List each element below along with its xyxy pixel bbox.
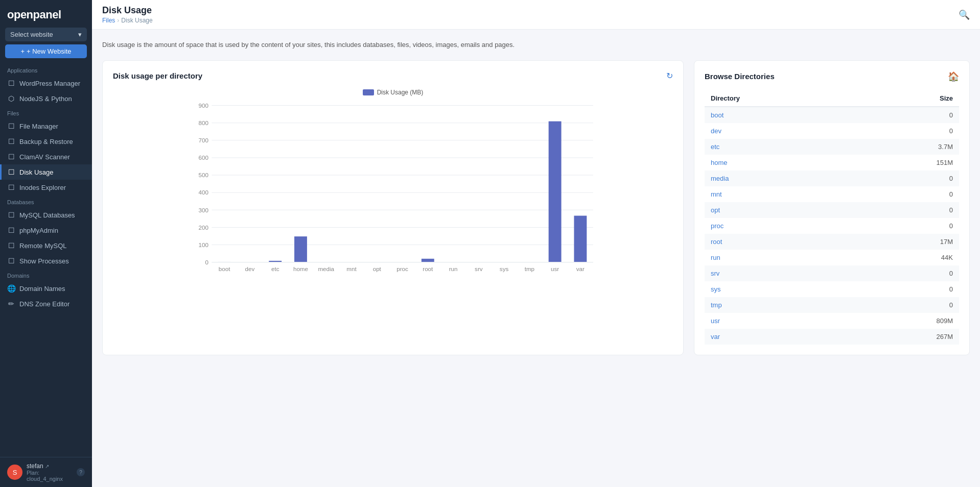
sidebar-section-label: Applications xyxy=(0,63,92,76)
chart-title: Disk usage per directory xyxy=(113,71,202,80)
directory-table: Directory Size boot0dev0etc3.7Mhome151Mm… xyxy=(705,90,959,345)
sidebar-item-inodes-explorer[interactable]: ☐Inodes Explorer xyxy=(0,180,92,195)
sidebar-item-label: ClamAV Scanner xyxy=(19,153,70,161)
sidebar-section-label: Files xyxy=(0,106,92,118)
chart-container: Disk Usage (MB) 010020030040050060070080… xyxy=(113,89,673,293)
svg-text:900: 900 xyxy=(199,102,209,108)
table-body: boot0dev0etc3.7Mhome151Mmedia0mnt0opt0pr… xyxy=(705,107,959,345)
sidebar-item-dns-zone-editor[interactable]: ✏DNS Zone Editor xyxy=(0,296,92,311)
svg-text:sys: sys xyxy=(500,265,509,272)
svg-text:proc: proc xyxy=(396,265,408,272)
bar-home[interactable] xyxy=(294,236,307,262)
refresh-icon[interactable]: ↻ xyxy=(666,71,673,81)
nav-icon-phpmyadmin: ☐ xyxy=(7,226,15,234)
sidebar-item-label: DNS Zone Editor xyxy=(19,300,69,308)
dir-size: 0 xyxy=(854,297,959,313)
dir-name[interactable]: proc xyxy=(705,218,854,234)
help-icon[interactable]: ? xyxy=(77,468,85,476)
svg-text:root: root xyxy=(423,265,433,272)
sidebar-item-backup-restore[interactable]: ☐Backup & Restore xyxy=(0,134,92,149)
user-plan: Plan: cloud_4_nginx xyxy=(27,470,73,482)
svg-text:500: 500 xyxy=(199,172,209,178)
sidebar-section-label: Domains xyxy=(0,269,92,281)
bar-var[interactable] xyxy=(574,215,587,262)
table-row: opt0 xyxy=(705,202,959,218)
username: stefan ↗ xyxy=(27,462,73,470)
sidebar-item-label: Inodes Explorer xyxy=(19,184,66,191)
nav-icon-domain-names: 🌐 xyxy=(7,284,15,293)
svg-text:boot: boot xyxy=(219,265,230,272)
dir-name[interactable]: var xyxy=(705,329,854,345)
bar-usr[interactable] xyxy=(549,121,562,262)
dir-size: 0 xyxy=(854,202,959,218)
dir-size: 0 xyxy=(854,281,959,297)
svg-text:600: 600 xyxy=(199,154,209,161)
dir-name[interactable]: root xyxy=(705,234,854,250)
bar-root[interactable] xyxy=(422,258,434,262)
dir-name[interactable]: sys xyxy=(705,281,854,297)
dir-name[interactable]: tmp xyxy=(705,297,854,313)
sidebar-item-clamav-scanner[interactable]: ☐ClamAV Scanner xyxy=(0,149,92,164)
chart-legend: Disk Usage (MB) xyxy=(113,89,673,96)
breadcrumb: Files › Disk Usage xyxy=(102,17,153,24)
two-column-layout: Disk usage per directory ↻ Disk Usage (M… xyxy=(102,60,970,355)
dir-name[interactable]: opt xyxy=(705,202,854,218)
dir-size: 0 xyxy=(854,171,959,186)
sidebar-item-label: WordPress Manager xyxy=(19,80,80,87)
nav-icon-wordpress-manager: ☐ xyxy=(7,79,15,87)
user-info: stefan ↗ Plan: cloud_4_nginx xyxy=(27,462,73,482)
dir-name[interactable]: dev xyxy=(705,123,854,139)
table-row: proc0 xyxy=(705,218,959,234)
legend-swatch xyxy=(363,89,374,95)
dir-name[interactable]: etc xyxy=(705,139,854,155)
sidebar-item-label: NodeJS & Python xyxy=(19,95,72,103)
sidebar-item-label: Remote MySQL xyxy=(19,242,66,250)
svg-text:0: 0 xyxy=(205,258,208,265)
sidebar-item-file-manager[interactable]: ☐File Manager xyxy=(0,118,92,134)
table-row: media0 xyxy=(705,171,959,186)
nav-icon-nodejs-python: ⬡ xyxy=(7,94,15,103)
sidebar-item-show-processes[interactable]: ☐Show Processes xyxy=(0,253,92,269)
browse-directories-card: Browse Directories 🏠 Directory Size boot… xyxy=(694,60,970,355)
sidebar-item-label: File Manager xyxy=(19,123,58,130)
dir-size: 0 xyxy=(854,123,959,139)
sidebar-item-nodejs-python[interactable]: ⬡NodeJS & Python xyxy=(0,91,92,106)
sidebar-item-domain-names[interactable]: 🌐Domain Names xyxy=(0,281,92,296)
page-title-area: Disk Usage Files › Disk Usage xyxy=(102,5,153,24)
dir-name[interactable]: srv xyxy=(705,265,854,281)
table-row: root17M xyxy=(705,234,959,250)
dir-size: 0 xyxy=(854,265,959,281)
table-row: home151M xyxy=(705,155,959,171)
dir-name[interactable]: run xyxy=(705,250,854,265)
new-website-button[interactable]: + + New Website xyxy=(5,44,87,58)
sidebar-item-mysql-databases[interactable]: ☐MySQL Databases xyxy=(0,207,92,223)
external-link-icon: ↗ xyxy=(45,464,49,469)
folder-icon[interactable]: 🏠 xyxy=(948,71,959,82)
logo: openpanel xyxy=(0,0,92,28)
search-icon[interactable]: 🔍 xyxy=(959,9,970,20)
dir-name[interactable]: mnt xyxy=(705,186,854,202)
dir-size: 0 xyxy=(854,107,959,123)
table-row: mnt0 xyxy=(705,186,959,202)
svg-text:media: media xyxy=(318,265,334,272)
dir-name[interactable]: boot xyxy=(705,107,854,123)
bar-chart: 0100200300400500600700800900bootdevetcho… xyxy=(113,100,673,284)
sidebar-item-disk-usage[interactable]: ☐Disk Usage xyxy=(0,164,92,180)
col-directory: Directory xyxy=(705,90,854,107)
sidebar-item-phpmyadmin[interactable]: ☐phpMyAdmin xyxy=(0,223,92,238)
sidebar-item-wordpress-manager[interactable]: ☐WordPress Manager xyxy=(0,76,92,91)
breadcrumb-parent[interactable]: Files xyxy=(102,17,115,24)
dir-name[interactable]: home xyxy=(705,155,854,171)
chart-card: Disk usage per directory ↻ Disk Usage (M… xyxy=(102,60,684,355)
dir-name[interactable]: usr xyxy=(705,313,854,329)
sidebar-item-label: phpMyAdmin xyxy=(19,227,58,234)
svg-text:100: 100 xyxy=(199,241,209,248)
dir-name[interactable]: media xyxy=(705,171,854,186)
select-website-dropdown[interactable]: Select website ▾ xyxy=(5,28,87,41)
nav-icon-disk-usage: ☐ xyxy=(7,168,15,176)
table-row: run44K xyxy=(705,250,959,265)
sidebar-item-remote-mysql[interactable]: ☐Remote MySQL xyxy=(0,238,92,253)
dir-size: 3.7M xyxy=(854,139,959,155)
svg-text:dev: dev xyxy=(245,265,255,272)
svg-text:home: home xyxy=(293,265,308,272)
